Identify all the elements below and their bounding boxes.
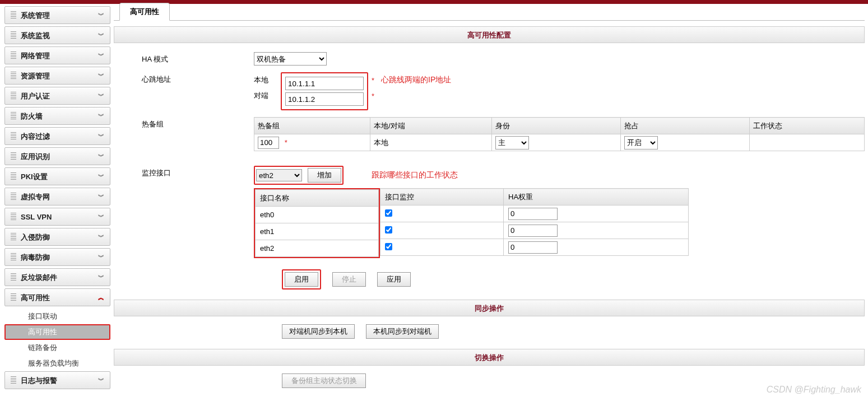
section-title-sync: 同步操作 bbox=[114, 300, 865, 316]
heartbeat-annotation: 心跳线两端的IP地址 bbox=[381, 75, 451, 85]
select-preempt[interactable]: 开启 bbox=[624, 136, 658, 150]
switch-button[interactable]: 备份组主动状态切换 bbox=[282, 373, 366, 388]
sidebar-item-log-alarm[interactable]: 日志与报警︾ bbox=[4, 371, 110, 389]
tab-bar: 高可用性 bbox=[114, 4, 865, 21]
group-table: 热备组 本地/对端 身份 抢占 工作状态 * 本地 主 开启 bbox=[254, 117, 865, 151]
table-row bbox=[380, 239, 689, 256]
col-status: 工作状态 bbox=[749, 118, 864, 134]
chevron-down-icon: ︾ bbox=[98, 214, 104, 219]
col-group: 热备组 bbox=[254, 118, 370, 134]
sidebar-item-antispam[interactable]: 反垃圾邮件︾ bbox=[4, 268, 110, 286]
chevron-down-icon: ︾ bbox=[98, 133, 104, 139]
sidebar-item-app-identify[interactable]: 应用识别︾ bbox=[4, 147, 110, 165]
sidebar-item-resource-manage[interactable]: 资源管理︾ bbox=[4, 67, 110, 85]
col-preempt: 抢占 bbox=[620, 118, 749, 134]
sidebar-item-ssl-vpn[interactable]: SSL VPN︾ bbox=[4, 208, 110, 226]
sidebar-item-firewall[interactable]: 防火墙︾ bbox=[4, 107, 110, 125]
sidebar-item-ips[interactable]: 入侵防御︾ bbox=[4, 228, 110, 246]
col-role: 身份 bbox=[491, 118, 620, 134]
col-if-name: 接口名称 bbox=[256, 190, 379, 207]
checkbox-if-monitor[interactable] bbox=[385, 226, 392, 233]
label-ha-mode: HA 模式 bbox=[114, 52, 203, 64]
cell-status bbox=[749, 134, 864, 151]
chevron-down-icon: ︾ bbox=[98, 234, 104, 240]
watermark: CSDN @Fighting_hawk bbox=[767, 385, 861, 395]
apply-button[interactable]: 应用 bbox=[377, 272, 411, 287]
table-row: * 本地 主 开启 bbox=[254, 134, 865, 151]
table-row bbox=[380, 205, 689, 222]
label-peer: 对端 bbox=[254, 91, 281, 101]
input-ha-weight[interactable] bbox=[508, 241, 558, 254]
chevron-down-icon: ︾ bbox=[98, 174, 104, 179]
monitor-table-right: 接口监控 HA权重 bbox=[380, 188, 689, 256]
select-monitor-interface[interactable]: eth2 bbox=[256, 169, 302, 181]
tab-ha[interactable]: 高可用性 bbox=[119, 3, 170, 21]
checkbox-if-monitor[interactable] bbox=[385, 209, 392, 217]
sidebar-sub-interface-link[interactable]: 接口联动 bbox=[4, 309, 110, 324]
required-icon: * bbox=[285, 138, 287, 147]
chevron-down-icon: ︾ bbox=[98, 377, 104, 383]
chevron-down-icon: ︾ bbox=[98, 12, 104, 18]
required-icon: * bbox=[372, 76, 374, 85]
input-group-id[interactable] bbox=[258, 137, 279, 149]
chevron-down-icon: ︾ bbox=[98, 53, 104, 58]
checkbox-if-monitor[interactable] bbox=[385, 243, 392, 250]
col-side: 本地/对端 bbox=[370, 118, 491, 134]
chevron-down-icon: ︾ bbox=[98, 194, 104, 199]
enable-button[interactable]: 启用 bbox=[285, 272, 318, 287]
chevron-down-icon: ︾ bbox=[98, 113, 104, 119]
table-row: eth1 bbox=[256, 223, 379, 240]
sidebar-item-system-manage[interactable]: 系统管理︾ bbox=[4, 6, 110, 24]
sidebar-sub-load-balance[interactable]: 服务器负载均衡 bbox=[4, 356, 110, 371]
monitor-annotation: 跟踪哪些接口的工作状态 bbox=[372, 170, 458, 180]
monitor-table: 接口名称 eth0 eth1 eth2 bbox=[255, 189, 379, 257]
table-row bbox=[380, 222, 689, 239]
cell-side: 本地 bbox=[370, 134, 491, 151]
sidebar-item-content-filter[interactable]: 内容过滤︾ bbox=[4, 127, 110, 145]
chevron-down-icon: ︾ bbox=[98, 254, 104, 260]
chevron-down-icon: ︾ bbox=[98, 32, 104, 38]
input-ha-weight[interactable] bbox=[508, 208, 558, 220]
chevron-down-icon: ︾ bbox=[98, 153, 104, 159]
input-ha-weight[interactable] bbox=[508, 225, 558, 237]
chevron-down-icon: ︾ bbox=[98, 274, 104, 280]
sync-to-peer-button[interactable]: 本机同步到对端机 bbox=[366, 324, 439, 339]
section-title-config: 高可用性配置 bbox=[114, 26, 865, 43]
required-icon: * bbox=[372, 92, 374, 100]
sidebar-item-network-manage[interactable]: 网络管理︾ bbox=[4, 46, 110, 64]
sidebar-sub-link-backup[interactable]: 链路备份 bbox=[4, 340, 110, 356]
sidebar-item-ha[interactable]: 高可用性︽ bbox=[4, 288, 110, 306]
add-button[interactable]: 增加 bbox=[308, 168, 341, 183]
input-local-ip[interactable] bbox=[285, 77, 364, 90]
stop-button[interactable]: 停止 bbox=[332, 272, 366, 287]
sidebar-item-user-auth[interactable]: 用户认证︾ bbox=[4, 87, 110, 105]
table-row: eth0 bbox=[256, 207, 379, 223]
chevron-down-icon: ︾ bbox=[98, 93, 104, 99]
table-row: eth2 bbox=[256, 240, 379, 257]
sidebar-item-system-monitor[interactable]: 系统监视︾ bbox=[4, 26, 110, 44]
sidebar-item-pki[interactable]: PKI设置︾ bbox=[4, 167, 110, 185]
heartbeat-ip-highlight bbox=[281, 72, 368, 110]
section-title-switch: 切换操作 bbox=[114, 349, 865, 366]
sync-from-peer-button[interactable]: 对端机同步到本机 bbox=[282, 324, 355, 339]
input-peer-ip[interactable] bbox=[285, 92, 364, 106]
col-if-monitor: 接口监控 bbox=[380, 189, 504, 205]
select-ha-mode[interactable]: 双机热备 bbox=[254, 52, 327, 66]
select-role[interactable]: 主 bbox=[495, 136, 529, 150]
sidebar-sub-ha[interactable]: 高可用性 bbox=[4, 324, 110, 340]
chevron-down-icon: ︾ bbox=[98, 73, 104, 78]
main-content: 高可用性 高可用性配置 HA 模式 双机热备 心跳地址 本地 bbox=[110, 4, 868, 397]
label-group: 热备组 bbox=[114, 117, 203, 129]
label-monitor: 监控接口 bbox=[114, 166, 203, 178]
sidebar-item-antivirus[interactable]: 病毒防御︾ bbox=[4, 248, 110, 266]
col-ha-weight: HA权重 bbox=[504, 189, 689, 205]
label-heartbeat: 心跳地址 bbox=[114, 72, 203, 85]
sidebar-item-vpn[interactable]: 虚拟专网︾ bbox=[4, 188, 110, 205]
chevron-up-icon: ︽ bbox=[98, 295, 104, 300]
sidebar: 系统管理︾ 系统监视︾ 网络管理︾ 资源管理︾ 用户认证︾ 防火墙︾ 内容过滤︾… bbox=[0, 4, 110, 397]
label-local: 本地 bbox=[254, 75, 281, 85]
